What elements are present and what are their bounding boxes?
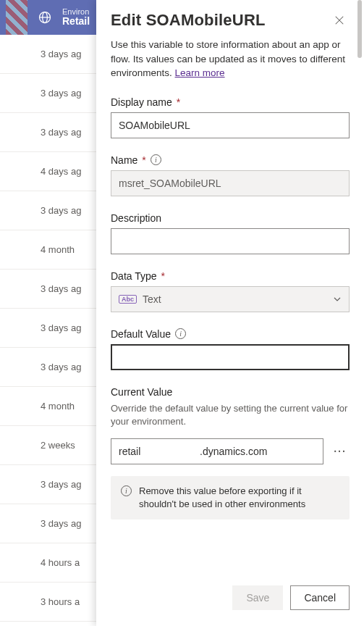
row-timestamp: 3 days ag: [41, 88, 81, 99]
close-panel-button[interactable]: [329, 10, 350, 30]
data-type-value: Text: [143, 293, 161, 305]
panel-description-text: Use this variable to store information a…: [111, 39, 345, 78]
row-timestamp: 3 days ag: [41, 49, 81, 59]
current-value-input[interactable]: [111, 438, 323, 464]
row-timestamp: 3 days ag: [41, 205, 81, 216]
header-waffle-pattern: [6, 0, 27, 35]
current-value-label: Current Value: [111, 386, 350, 398]
cancel-button[interactable]: Cancel: [290, 585, 350, 610]
more-options-button[interactable]: ···: [331, 446, 350, 457]
row-timestamp: 3 days ag: [41, 479, 81, 490]
environment-label: Environ: [62, 7, 90, 16]
default-value-label: Default Value i: [111, 328, 350, 340]
description-input[interactable]: [111, 228, 350, 254]
row-timestamp: 3 days ag: [41, 283, 81, 294]
environment-picker[interactable]: Environ Retail: [62, 7, 90, 27]
description-label: Description: [111, 212, 350, 224]
chevron-down-icon: [333, 295, 342, 304]
environment-name: Retail: [62, 16, 90, 27]
required-asterisk: *: [161, 270, 165, 282]
default-value-input[interactable]: [111, 344, 350, 370]
globe-icon: [38, 10, 52, 25]
learn-more-link[interactable]: Learn more: [175, 67, 225, 78]
info-icon[interactable]: i: [175, 328, 186, 339]
row-timestamp: 4 month: [41, 401, 75, 412]
export-warning-box: i Remove this value before exporting if …: [111, 476, 350, 519]
required-asterisk: *: [177, 96, 180, 108]
row-timestamp: 4 days ag: [41, 166, 81, 177]
close-icon: [334, 15, 344, 25]
panel-footer: Save Cancel: [111, 575, 350, 622]
row-timestamp: 3 days ag: [41, 127, 81, 138]
row-timestamp: 4 month: [41, 244, 75, 255]
scrollbar-thumb[interactable]: [357, 0, 362, 58]
data-type-label: Data Type *: [111, 270, 350, 282]
data-type-select: Abc Text: [111, 286, 350, 312]
edit-variable-panel: Edit SOAMobileURL Use this variable to s…: [96, 0, 364, 626]
row-timestamp: 3 days ag: [41, 322, 81, 333]
panel-title: Edit SOAMobileURL: [111, 11, 266, 30]
name-label: Name * i: [111, 154, 350, 166]
panel-description: Use this variable to store information a…: [111, 38, 350, 80]
export-warning-text: Remove this value before exporting if it…: [139, 485, 339, 511]
row-timestamp: 3 hours a: [41, 596, 80, 607]
display-name-label: Display name *: [111, 96, 350, 108]
current-value-subtext: Override the default value by setting th…: [111, 402, 350, 428]
display-name-input[interactable]: [111, 112, 350, 138]
text-type-icon: Abc: [119, 295, 137, 304]
required-asterisk: *: [142, 154, 145, 166]
info-icon[interactable]: i: [151, 154, 161, 165]
save-button: Save: [232, 585, 283, 610]
name-input: [111, 170, 350, 196]
row-timestamp: 2 weeks: [41, 440, 75, 451]
row-timestamp: 3 days ag: [41, 362, 81, 372]
info-icon: i: [121, 485, 132, 496]
row-timestamp: 3 days ag: [41, 518, 81, 529]
row-timestamp: 4 hours a: [41, 557, 80, 568]
